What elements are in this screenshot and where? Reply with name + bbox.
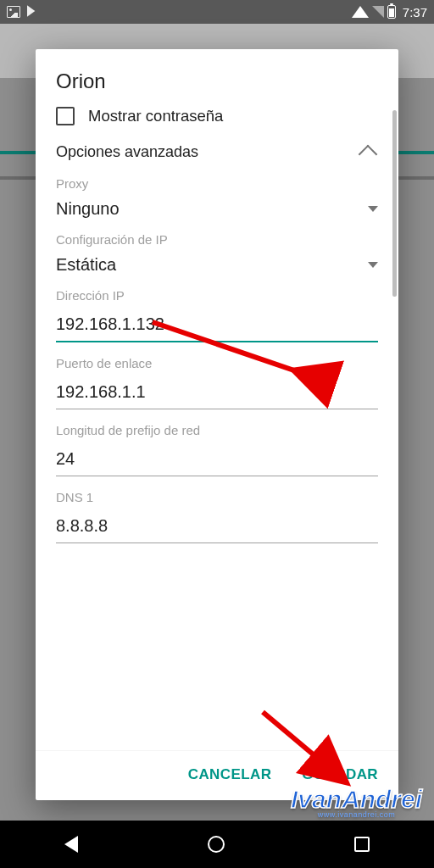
dns1-input[interactable]	[56, 513, 378, 543]
status-time: 7:37	[403, 5, 427, 19]
proxy-value: Ninguno	[56, 199, 120, 219]
watermark-text: IvanAndrei	[291, 785, 422, 813]
chevron-up-icon	[359, 145, 378, 164]
wifi-icon	[352, 6, 369, 18]
battery-icon	[387, 5, 396, 19]
dropdown-arrow-icon	[368, 262, 378, 268]
nav-recents-icon[interactable]	[354, 837, 370, 852]
gateway-label: Puerto de enlace	[56, 356, 378, 370]
dns1-label: DNS 1	[56, 490, 378, 504]
cancel-button[interactable]: CANCELAR	[176, 756, 284, 793]
prefix-length-label: Longitud de prefijo de red	[56, 423, 378, 437]
wifi-edit-dialog: Orion Mostrar contraseña Opciones avanza…	[36, 49, 398, 800]
advanced-options-toggle[interactable]: Opciones avanzadas	[56, 142, 378, 161]
scrollbar-thumb[interactable]	[392, 110, 397, 297]
show-password-checkbox[interactable]	[56, 107, 75, 125]
dropdown-arrow-icon	[368, 206, 378, 212]
nav-back-icon[interactable]	[64, 836, 78, 853]
prefix-length-input[interactable]	[56, 446, 378, 476]
proxy-label: Proxy	[56, 176, 378, 191]
dialog-scroll-area[interactable]: Mostrar contraseña Opciones avanzadas Pr…	[36, 107, 398, 750]
status-bar: 7:37	[0, 0, 434, 24]
gateway-input[interactable]	[56, 379, 378, 409]
show-password-row[interactable]: Mostrar contraseña	[56, 107, 378, 125]
watermark: IvanAndrei www.ivanandrei.com	[291, 785, 422, 819]
android-nav-bar	[0, 821, 434, 868]
cell-signal-icon	[372, 6, 384, 18]
ip-config-value: Estática	[56, 255, 116, 275]
ip-config-label: Configuración de IP	[56, 232, 378, 247]
show-password-label: Mostrar contraseña	[88, 107, 223, 125]
image-icon	[7, 6, 20, 18]
ip-address-input[interactable]	[56, 311, 378, 342]
nav-home-icon[interactable]	[208, 836, 225, 853]
play-store-icon	[25, 4, 39, 20]
dialog-title: Orion	[36, 49, 398, 107]
ip-address-label: Dirección IP	[56, 288, 378, 303]
proxy-dropdown[interactable]: Ninguno	[56, 199, 378, 219]
advanced-options-label: Opciones avanzadas	[56, 143, 198, 161]
ip-config-dropdown[interactable]: Estática	[56, 255, 378, 275]
